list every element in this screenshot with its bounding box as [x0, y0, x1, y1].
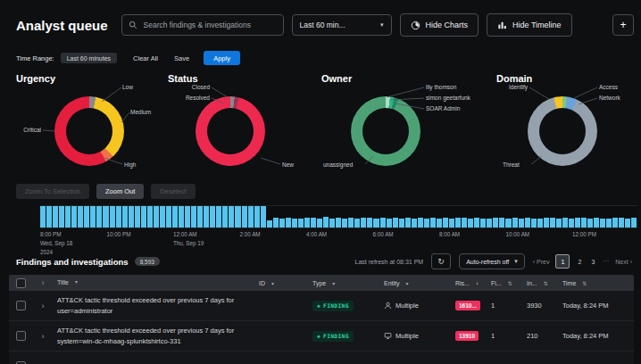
page-button[interactable]: 2 [576, 259, 583, 265]
refresh-button[interactable]: ↻ [431, 253, 451, 269]
deselect-button[interactable]: Deselect [151, 184, 195, 199]
timeline-bar[interactable] [562, 218, 568, 228]
timeline-bar[interactable] [373, 219, 379, 228]
column-header[interactable]: Entity▾ [380, 280, 452, 286]
timeline-bar[interactable] [122, 206, 128, 228]
search-box[interactable] [121, 14, 284, 36]
timeline-bar[interactable] [191, 206, 196, 228]
timeline-bar[interactable] [141, 206, 146, 228]
timeline-bar[interactable] [387, 219, 392, 228]
timeline-bar[interactable] [292, 219, 297, 228]
timeline-bar[interactable] [393, 218, 398, 228]
timeline-bar[interactable] [129, 206, 134, 228]
auto-refresh-dropdown[interactable]: Auto-refresh off ▾ [459, 253, 525, 269]
timeline-bar[interactable] [594, 218, 599, 228]
timeline-bar[interactable] [342, 219, 347, 228]
save-button[interactable]: Save [174, 54, 189, 62]
timeline-bar[interactable] [166, 206, 171, 228]
timeline-bar[interactable] [480, 219, 486, 228]
timeline-bar[interactable] [317, 219, 322, 228]
hide-timeline-button[interactable]: Hide Timeline [487, 13, 572, 37]
timeline-bar[interactable] [135, 206, 140, 228]
timeline-bar[interactable] [222, 206, 228, 228]
timeline-bar[interactable] [216, 206, 221, 228]
timeline-bar[interactable] [103, 206, 108, 228]
timeline-bar[interactable] [323, 217, 329, 228]
timeline-bar[interactable] [581, 218, 587, 228]
hide-charts-button[interactable]: Hide Charts [400, 13, 479, 37]
table-row[interactable]: ›ATT&CK tactic threshold exceeded over p… [9, 321, 634, 352]
timeline-bar[interactable] [474, 218, 479, 228]
event-timeline-histogram[interactable] [40, 205, 637, 228]
add-button[interactable]: + [612, 14, 634, 36]
timeline-bar[interactable] [273, 218, 279, 228]
timeline-bar[interactable] [525, 218, 530, 228]
timeline-bar[interactable] [116, 206, 121, 228]
timeline-bar[interactable] [418, 218, 423, 228]
column-header[interactable]: Time⇅ [559, 280, 634, 286]
timeline-bar[interactable] [512, 218, 518, 228]
timeline-bar[interactable] [65, 206, 71, 228]
timeline-bar[interactable] [336, 218, 341, 228]
timeline-bar[interactable] [71, 206, 77, 228]
timeline-bar[interactable] [204, 206, 209, 228]
column-header[interactable]: In...⇅ [523, 280, 559, 286]
domain-donut-chart[interactable] [528, 96, 597, 166]
apply-button[interactable]: Apply [204, 51, 240, 65]
timeline-bar[interactable] [46, 206, 52, 228]
timeline-bar[interactable] [235, 206, 240, 228]
timeline-bar[interactable] [172, 206, 178, 228]
timeline-bar[interactable] [437, 219, 442, 228]
time-range-chip[interactable]: Last 60 minutes [61, 53, 117, 63]
timeline-bar[interactable] [53, 206, 58, 228]
timeline-bar[interactable] [537, 219, 543, 228]
column-header[interactable]: Ris...↓ [452, 280, 487, 286]
timeline-bar[interactable] [424, 219, 429, 228]
timeline-bar[interactable] [544, 218, 549, 228]
page-button[interactable]: 1 [555, 254, 570, 269]
timeline-bar[interactable] [405, 218, 411, 228]
urgency-donut-chart[interactable] [54, 96, 124, 166]
timeline-bar[interactable] [179, 206, 184, 228]
timeline-bar[interactable] [600, 219, 605, 228]
timeline-bar[interactable] [625, 219, 630, 228]
timeline-bar[interactable] [412, 219, 417, 228]
timeline-bar[interactable] [631, 218, 637, 228]
timeline-bar[interactable] [254, 206, 260, 228]
timeline-bar[interactable] [367, 218, 372, 228]
timeline-bar[interactable] [455, 218, 461, 228]
owner-donut-chart[interactable] [351, 96, 420, 166]
clear-all-button[interactable]: Clear All [133, 54, 158, 62]
prev-button[interactable]: ‹ Prev [533, 259, 550, 265]
timeline-bar[interactable] [612, 218, 618, 228]
timeline-bar[interactable] [160, 206, 165, 228]
status-donut-chart[interactable] [196, 96, 265, 166]
timeline-bar[interactable] [354, 219, 360, 228]
timeline-bar[interactable] [519, 219, 524, 228]
zoom-out-button[interactable]: Zoom Out [96, 184, 144, 199]
timeline-bar[interactable] [499, 218, 504, 228]
row-title[interactable]: ATT&CK tactic threshold exceeded over pr… [54, 326, 255, 346]
timeline-bar[interactable] [462, 218, 467, 228]
timeline-bar[interactable] [531, 219, 537, 228]
timeline-bar[interactable] [78, 206, 83, 228]
risk-score-badge[interactable]: 13910 [455, 331, 479, 341]
timeline-bar[interactable] [96, 206, 102, 228]
row-title[interactable]: ATT&CK tactic threshold exceeded over pr… [54, 295, 255, 316]
timeline-bar[interactable] [248, 206, 254, 228]
timeline-bar[interactable] [261, 206, 266, 228]
timeline-bar[interactable] [587, 219, 593, 228]
timeline-bar[interactable] [298, 219, 304, 228]
timeline-bar[interactable] [286, 218, 291, 228]
timeline-bar[interactable] [606, 219, 612, 228]
page-button[interactable]: 3 [589, 259, 596, 265]
row-checkbox[interactable] [16, 301, 26, 310]
search-input[interactable] [142, 20, 277, 30]
column-header[interactable]: Title▾ [54, 278, 255, 288]
timeline-bar[interactable] [197, 206, 203, 228]
timeline-bar[interactable] [84, 206, 89, 228]
timeline-bar[interactable] [361, 218, 366, 228]
column-header[interactable]: Fi...⇅ [487, 280, 523, 286]
timeline-bar[interactable] [399, 219, 404, 228]
row-entity[interactable]: Multiple [384, 332, 419, 340]
